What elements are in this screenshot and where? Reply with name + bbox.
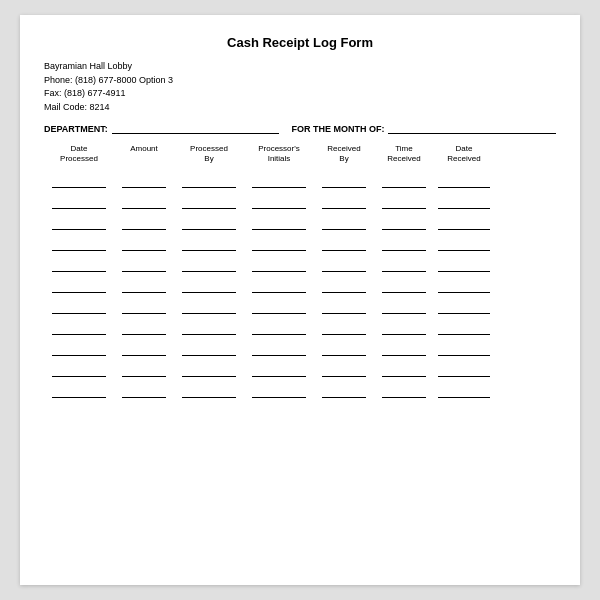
table-cell[interactable] xyxy=(314,220,374,230)
table-cell[interactable] xyxy=(44,325,114,335)
table-cell[interactable] xyxy=(434,178,494,188)
table-row[interactable] xyxy=(44,339,556,360)
department-label: DEPARTMENT: xyxy=(44,124,108,134)
table-row[interactable] xyxy=(44,297,556,318)
table-cell[interactable] xyxy=(434,304,494,314)
table-cell[interactable] xyxy=(314,241,374,251)
table-cell[interactable] xyxy=(44,304,114,314)
table-cell[interactable] xyxy=(314,199,374,209)
table-cell[interactable] xyxy=(314,283,374,293)
col-date-received: DateReceived xyxy=(434,144,494,165)
address-line3: Fax: (818) 677-4911 xyxy=(44,87,556,101)
table-cell[interactable] xyxy=(44,346,114,356)
table-cell[interactable] xyxy=(174,346,244,356)
table-row[interactable] xyxy=(44,171,556,192)
table-cell[interactable] xyxy=(434,325,494,335)
table-cell[interactable] xyxy=(114,325,174,335)
table-cell[interactable] xyxy=(244,346,314,356)
table-cell[interactable] xyxy=(374,178,434,188)
table-row[interactable] xyxy=(44,318,556,339)
table-cell[interactable] xyxy=(434,199,494,209)
table-cell[interactable] xyxy=(114,178,174,188)
table-cell[interactable] xyxy=(434,367,494,377)
table-cell[interactable] xyxy=(434,220,494,230)
table-cell[interactable] xyxy=(374,367,434,377)
table-cell[interactable] xyxy=(434,262,494,272)
cash-receipt-form: Cash Receipt Log Form Bayramian Hall Lob… xyxy=(20,15,580,585)
table-cell[interactable] xyxy=(174,325,244,335)
table-cell[interactable] xyxy=(374,262,434,272)
table-cell[interactable] xyxy=(174,367,244,377)
col-time-received: TimeReceived xyxy=(374,144,434,165)
table-cell[interactable] xyxy=(174,241,244,251)
table-cell[interactable] xyxy=(44,241,114,251)
table-cell[interactable] xyxy=(174,283,244,293)
table-cell[interactable] xyxy=(44,178,114,188)
table-cell[interactable] xyxy=(374,283,434,293)
table-cell[interactable] xyxy=(244,199,314,209)
table-row[interactable] xyxy=(44,255,556,276)
table-cell[interactable] xyxy=(114,262,174,272)
table-cell[interactable] xyxy=(374,220,434,230)
table-cell[interactable] xyxy=(244,388,314,398)
table-cell[interactable] xyxy=(174,220,244,230)
table-cell[interactable] xyxy=(434,388,494,398)
table-cell[interactable] xyxy=(44,220,114,230)
table-cell[interactable] xyxy=(374,325,434,335)
table-cell[interactable] xyxy=(114,283,174,293)
table-row[interactable] xyxy=(44,381,556,402)
table-cell[interactable] xyxy=(434,346,494,356)
table-row[interactable] xyxy=(44,234,556,255)
table-cell[interactable] xyxy=(374,241,434,251)
table-cell[interactable] xyxy=(434,241,494,251)
table-row[interactable] xyxy=(44,360,556,381)
table-cell[interactable] xyxy=(174,304,244,314)
table-row[interactable] xyxy=(44,213,556,234)
table-row[interactable] xyxy=(44,276,556,297)
table-cell[interactable] xyxy=(374,388,434,398)
table-cell[interactable] xyxy=(244,220,314,230)
table-cell[interactable] xyxy=(114,346,174,356)
table-cell[interactable] xyxy=(374,346,434,356)
table-cell[interactable] xyxy=(244,262,314,272)
table-cell[interactable] xyxy=(114,241,174,251)
table-cell[interactable] xyxy=(314,346,374,356)
month-label: FOR THE MONTH OF: xyxy=(291,124,384,134)
table-cell[interactable] xyxy=(244,304,314,314)
table-cell[interactable] xyxy=(374,199,434,209)
table-cell[interactable] xyxy=(314,178,374,188)
address-block: Bayramian Hall Lobby Phone: (818) 677-80… xyxy=(44,60,556,114)
table-cell[interactable] xyxy=(244,241,314,251)
form-title: Cash Receipt Log Form xyxy=(44,35,556,50)
department-field[interactable] xyxy=(112,124,280,134)
month-field[interactable] xyxy=(388,124,556,134)
address-line4: Mail Code: 8214 xyxy=(44,101,556,115)
table-cell[interactable] xyxy=(314,262,374,272)
table-cell[interactable] xyxy=(114,304,174,314)
table-row[interactable] xyxy=(44,192,556,213)
table-cell[interactable] xyxy=(114,199,174,209)
table-cell[interactable] xyxy=(244,283,314,293)
table-cell[interactable] xyxy=(314,304,374,314)
table-cell[interactable] xyxy=(174,262,244,272)
table-cell[interactable] xyxy=(314,388,374,398)
table-cell[interactable] xyxy=(174,388,244,398)
table-cell[interactable] xyxy=(374,304,434,314)
col-processed-by: ProcessedBy xyxy=(174,144,244,165)
table-cell[interactable] xyxy=(44,367,114,377)
table-cell[interactable] xyxy=(434,283,494,293)
table-cell[interactable] xyxy=(114,220,174,230)
table-cell[interactable] xyxy=(44,388,114,398)
table-cell[interactable] xyxy=(244,178,314,188)
table-cell[interactable] xyxy=(114,367,174,377)
table-cell[interactable] xyxy=(244,325,314,335)
table-cell[interactable] xyxy=(314,325,374,335)
table-cell[interactable] xyxy=(314,367,374,377)
table-cell[interactable] xyxy=(174,199,244,209)
table-cell[interactable] xyxy=(244,367,314,377)
table-cell[interactable] xyxy=(44,262,114,272)
table-cell[interactable] xyxy=(174,178,244,188)
table-cell[interactable] xyxy=(114,388,174,398)
table-cell[interactable] xyxy=(44,199,114,209)
table-cell[interactable] xyxy=(44,283,114,293)
